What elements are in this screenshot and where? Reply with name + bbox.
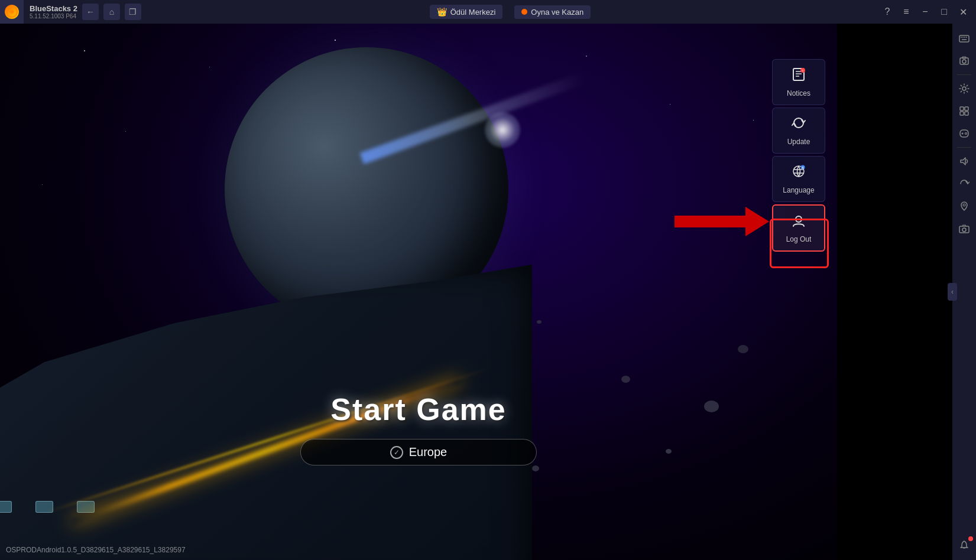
menu-button[interactable]: ≡	[898, 4, 915, 20]
update-button[interactable]: Update	[772, 108, 825, 154]
asteroid-1	[704, 401, 719, 412]
back-button[interactable]: ←	[82, 4, 99, 20]
asteroid-6	[532, 465, 539, 471]
app-version: 5.11.52.1003 P64	[30, 13, 77, 19]
logout-icon	[791, 213, 806, 232]
orange-dot-icon	[521, 9, 527, 15]
game-right-panel: ! Notices Update	[772, 59, 825, 252]
asteroid-2	[621, 376, 630, 383]
asteroid-4	[738, 345, 748, 353]
svg-point-31	[963, 204, 965, 206]
collapse-sidebar-button[interactable]: ‹	[948, 283, 957, 301]
reward-center-button[interactable]: 👑 Ödül Merkezi	[430, 5, 503, 19]
notices-button[interactable]: ! Notices	[772, 59, 825, 105]
app-name: BlueStacks 2	[30, 4, 77, 13]
svg-point-22	[962, 87, 966, 90]
update-icon	[791, 115, 806, 134]
home-button[interactable]: ⌂	[103, 4, 120, 20]
minimize-button[interactable]: −	[917, 4, 933, 20]
server-selector[interactable]: ✓ Europe	[300, 439, 537, 465]
asteroid-3	[666, 449, 672, 454]
play-earn-label: Oyna ve Kazan	[531, 8, 583, 17]
svg-marker-30	[961, 158, 965, 165]
version-text: OSPRODAndroid1.0.5_D3829615_A3829615_L38…	[6, 546, 186, 554]
logout-label: Log Out	[786, 235, 812, 243]
notices-label: Notices	[787, 89, 810, 97]
sidebar-location-button[interactable]	[954, 196, 974, 216]
logout-button[interactable]: Log Out	[772, 204, 825, 252]
sidebar-separator-2	[957, 147, 971, 148]
arrow-body	[675, 216, 745, 227]
copy-button[interactable]: ❐	[125, 4, 141, 20]
svg-rect-13	[959, 35, 969, 42]
arrow-head	[745, 207, 769, 236]
app-logo	[0, 0, 24, 24]
sidebar-screenshot-button[interactable]	[954, 51, 974, 71]
svg-rect-25	[960, 112, 964, 115]
svg-point-12	[796, 216, 802, 222]
svg-rect-24	[965, 107, 968, 110]
sidebar-rotate-button[interactable]	[954, 174, 974, 194]
notices-icon: !	[791, 67, 806, 86]
planet-glow	[485, 112, 520, 148]
maximize-button[interactable]: □	[936, 4, 952, 20]
sidebar-notification-button[interactable]	[954, 535, 974, 555]
help-button[interactable]: ?	[879, 4, 896, 20]
server-checkmark-icon: ✓	[390, 446, 403, 459]
language-button[interactable]: A Language	[772, 156, 825, 202]
svg-point-20	[962, 60, 966, 63]
sidebar-keyboard-button[interactable]	[954, 28, 974, 48]
notification-badge	[968, 536, 973, 541]
update-label: Update	[787, 138, 810, 146]
svg-rect-23	[960, 107, 964, 110]
svg-text:!: !	[802, 69, 803, 73]
titlebar-right: ? ≡ − □ ✕	[879, 4, 971, 20]
red-arrow-annotation	[675, 207, 769, 236]
sidebar-apps-button[interactable]	[954, 101, 974, 121]
sidebar-camera-button[interactable]	[954, 219, 974, 239]
sidebar-gamepad-button[interactable]	[954, 123, 974, 144]
titlebar-navigation: ← ⌂ ❐	[82, 4, 141, 20]
svg-rect-26	[965, 112, 968, 115]
svg-text:A: A	[802, 166, 804, 170]
svg-point-33	[962, 228, 966, 232]
titlebar: BlueStacks 2 5.11.52.1003 P64 ← ⌂ ❐ 👑 Öd…	[0, 0, 976, 24]
asteroid-5	[537, 320, 541, 324]
svg-point-29	[965, 133, 967, 135]
logo-circle	[5, 5, 19, 19]
titlebar-center: 👑 Ödül Merkezi Oyna ve Kazan	[141, 5, 879, 19]
reward-center-label: Ödül Merkezi	[450, 8, 496, 17]
start-game-title: Start Game	[300, 392, 537, 427]
sidebar-volume-button[interactable]	[954, 151, 974, 171]
bluestacks-sidebar: ‹	[952, 24, 976, 560]
language-label: Language	[783, 186, 814, 194]
server-name-label: Europe	[409, 445, 448, 459]
crown-icon: 👑	[437, 7, 447, 17]
sidebar-separator-1	[957, 74, 971, 75]
language-icon: A	[791, 164, 806, 183]
sidebar-settings-button[interactable]	[954, 79, 974, 99]
play-earn-button[interactable]: Oyna ve Kazan	[514, 5, 591, 19]
close-button[interactable]: ✕	[955, 4, 971, 20]
start-game-area: Start Game ✓ Europe	[300, 392, 537, 465]
game-viewport: Start Game ✓ Europe OSPRODAndroid1.0.5_D…	[0, 24, 837, 560]
